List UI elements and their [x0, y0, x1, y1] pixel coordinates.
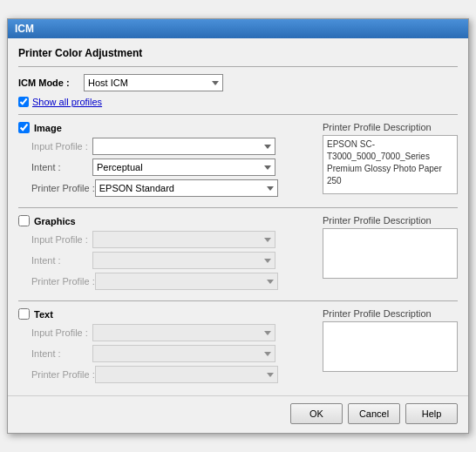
graphics-printer-profile-label: Printer Profile : [18, 276, 95, 287]
graphics-input-profile-label: Input Profile : [18, 234, 92, 245]
graphics-profile-desc-label: Printer Profile Description [323, 215, 458, 226]
dialog-window: ICM Printer Color Adjustment ICM Mode : … [7, 18, 469, 434]
image-profile-desc-label: Printer Profile Description [323, 122, 458, 132]
text-intent-label: Intent : [18, 348, 92, 359]
image-label: Image [34, 123, 62, 133]
section-title-printer-color: Printer Color Adjustment [18, 47, 458, 59]
image-input-profile-select[interactable] [92, 138, 275, 155]
text-printer-profile-label: Printer Profile : [18, 369, 95, 380]
show-all-profiles-checkbox[interactable] [18, 97, 29, 107]
icm-mode-label: ICM Mode : [18, 78, 84, 88]
graphics-intent-label: Intent : [18, 255, 92, 266]
show-all-profiles-label[interactable]: Show all profiles [32, 97, 102, 107]
icm-mode-select[interactable]: Host ICM ICM No Color Management [84, 74, 223, 91]
graphics-intent-select[interactable] [92, 252, 275, 269]
ok-button[interactable]: OK [290, 403, 343, 424]
cancel-button[interactable]: Cancel [348, 403, 400, 424]
image-checkbox[interactable] [18, 122, 30, 133]
graphics-label: Graphics [34, 216, 76, 226]
graphics-profile-desc-text [323, 228, 458, 279]
text-label: Text [34, 309, 53, 320]
graphics-section: Graphics Input Profile : Intent : Printe… [18, 215, 458, 293]
help-button[interactable]: Help [405, 403, 458, 424]
title-bar: ICM [8, 19, 468, 38]
image-printer-profile-label: Printer Profile : [18, 183, 95, 193]
text-profile-desc-text [323, 321, 458, 372]
graphics-printer-profile-select[interactable] [95, 273, 278, 290]
graphics-input-profile-select[interactable] [92, 231, 275, 248]
text-input-profile-select[interactable] [92, 324, 275, 341]
image-printer-profile-select[interactable]: EPSON Standard [95, 179, 278, 197]
dialog-footer: OK Cancel Help [8, 395, 468, 433]
show-all-profiles-row: Show all profiles [18, 97, 458, 107]
text-checkbox[interactable] [18, 308, 30, 320]
image-intent-label: Intent : [18, 162, 92, 172]
graphics-checkbox[interactable] [18, 215, 30, 226]
text-printer-profile-select[interactable] [95, 366, 278, 383]
text-profile-desc-label: Printer Profile Description [323, 308, 458, 319]
text-intent-select[interactable] [92, 345, 275, 362]
image-intent-select[interactable]: Perceptual Saturation Relative Colorimet… [92, 159, 275, 176]
image-input-profile-label: Input Profile : [18, 141, 92, 152]
dialog-title: ICM [15, 23, 34, 35]
text-section: Text Input Profile : Intent : Printer Pr… [18, 308, 458, 387]
text-input-profile-label: Input Profile : [18, 327, 92, 338]
image-profile-desc-text: EPSON SC-T3000_5000_7000_Series Premium … [323, 135, 458, 194]
image-section: Image Input Profile : Intent : Perceptua… [18, 122, 458, 200]
